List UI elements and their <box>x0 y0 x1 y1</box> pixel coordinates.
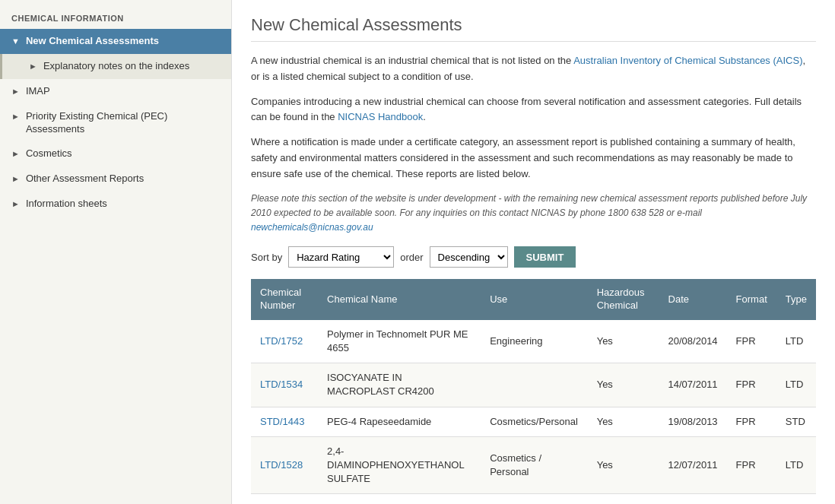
table-row: LTD/1528 2,4-DIAMINOPHENOXYETHANOL SULFA… <box>251 436 816 494</box>
sort-by-select[interactable]: Hazard Rating Chemical Number Chemical N… <box>288 246 394 268</box>
intro-paragraph-2: Companies introducing a new industrial c… <box>251 94 816 126</box>
cell-format: FPR <box>727 363 776 407</box>
cell-type: LTD <box>776 436 816 494</box>
sidebar-item-label: Explanatory notes on the indexes <box>43 60 224 73</box>
aics-link[interactable]: Australian Inventory of Chemical Substan… <box>573 55 802 66</box>
cell-hazardous: Yes <box>588 320 659 363</box>
cell-use: Engineering <box>481 320 587 363</box>
sidebar-item-label: New Chemical Assessments <box>26 35 224 48</box>
cell-format: FPR <box>727 436 776 494</box>
cell-date: 12/07/2011 <box>659 436 727 494</box>
sidebar-item-label: IMAP <box>26 85 224 98</box>
sidebar: CHEMICAL INFORMATION ▼ New Chemical Asse… <box>0 0 232 504</box>
page-title: New Chemical Assessments <box>251 15 816 42</box>
chevron-right-icon: ► <box>11 174 20 183</box>
intro-text-2: Companies introducing a new industrial c… <box>251 96 802 123</box>
cell-chemical-number: STD/1443 <box>251 407 318 436</box>
sidebar-item-information-sheets[interactable]: ► Information sheets <box>0 192 231 217</box>
chevron-right-icon: ► <box>29 62 37 71</box>
chemical-number-link[interactable]: LTD/1752 <box>260 335 303 347</box>
intro-paragraph-3: Where a notification is made under a cer… <box>251 135 816 182</box>
sidebar-item-label: Priority Existing Chemical (PEC) Assessm… <box>26 110 224 136</box>
note-text: Please note this section of the website … <box>251 193 807 218</box>
col-header-date: Date <box>659 279 727 320</box>
sidebar-item-other-assessment-reports[interactable]: ► Other Assessment Reports <box>0 166 231 192</box>
table-header-row: Chemical Number Chemical Name Use Hazard… <box>251 279 816 320</box>
main-content: New Chemical Assessments A new industria… <box>232 0 835 504</box>
cell-type: LTD <box>776 320 816 363</box>
cell-chemical-name: Polymer in Technomelt PUR ME 4655 <box>318 320 481 363</box>
sidebar-item-label: Information sheets <box>26 198 224 211</box>
sidebar-item-explanatory-notes[interactable]: ► Explanatory notes on the indexes <box>0 54 231 79</box>
sort-controls: Sort by Hazard Rating Chemical Number Ch… <box>251 246 816 268</box>
cell-use: Cosmetics / Personal <box>481 436 587 494</box>
sidebar-header: CHEMICAL INFORMATION <box>0 8 231 29</box>
col-header-chemical-name: Chemical Name <box>318 279 481 320</box>
col-header-type: Type <box>776 279 816 320</box>
cell-chemical-name: PEG-4 Rapeseedamide <box>318 407 481 436</box>
cell-date: 14/07/2011 <box>659 363 727 407</box>
nicnas-email-link[interactable]: newchemicals@nicnas.gov.au <box>251 222 373 233</box>
submit-button[interactable]: SUBMIT <box>514 246 576 268</box>
cell-hazardous: Yes <box>588 407 659 436</box>
chevron-right-icon: ► <box>11 112 20 121</box>
nicnas-handbook-link[interactable]: NICNAS Handbook <box>338 111 423 122</box>
chevron-right-icon: ► <box>11 87 20 96</box>
sort-by-label: Sort by <box>251 252 282 263</box>
cell-type: LTD <box>776 363 816 407</box>
intro-paragraph-1: A new industrial chemical is an industri… <box>251 53 816 85</box>
sidebar-item-cosmetics[interactable]: ► Cosmetics <box>0 141 231 166</box>
cell-chemical-number: LTD/1528 <box>251 436 318 494</box>
order-select[interactable]: Descending Ascending <box>430 246 508 268</box>
sidebar-item-imap[interactable]: ► IMAP <box>0 79 231 104</box>
table-row: LTD/1534 ISOCYANATE IN MACROPLAST CR4200… <box>251 363 816 407</box>
sidebar-item-priority-existing-chemical[interactable]: ► Priority Existing Chemical (PEC) Asses… <box>0 104 231 142</box>
sidebar-item-label: Other Assessment Reports <box>26 173 224 185</box>
col-header-hazardous-chemical: Hazardous Chemical <box>588 279 659 320</box>
cell-chemical-number: LTD/1534 <box>251 363 318 407</box>
note-paragraph: Please note this section of the website … <box>251 192 816 236</box>
intro-text-1: A new industrial chemical is an industri… <box>251 55 573 66</box>
cell-chemical-name: 2,4-DIAMINOPHENOXYETHANOL SULFATE <box>318 436 481 494</box>
chemical-assessments-table: Chemical Number Chemical Name Use Hazard… <box>251 279 816 494</box>
chevron-right-icon: ► <box>11 199 20 208</box>
col-header-format: Format <box>727 279 776 320</box>
intro-text-2-cont: . <box>423 111 426 122</box>
chemical-number-link[interactable]: LTD/1528 <box>260 459 303 471</box>
cell-chemical-name: ISOCYANATE IN MACROPLAST CR4200 <box>318 363 481 407</box>
chemical-number-link[interactable]: LTD/1534 <box>260 379 303 390</box>
sidebar-item-label: Cosmetics <box>26 147 224 160</box>
cell-type: STD <box>776 407 816 436</box>
cell-date: 20/08/2014 <box>659 320 727 363</box>
sidebar-item-new-chemical-assessments[interactable]: ▼ New Chemical Assessments <box>0 29 231 54</box>
order-label: order <box>400 252 423 263</box>
cell-hazardous: Yes <box>588 363 659 407</box>
chevron-right-icon: ► <box>11 149 20 158</box>
chevron-down-icon: ▼ <box>11 36 20 46</box>
chemical-number-link[interactable]: STD/1443 <box>260 416 305 427</box>
col-header-chemical-number: Chemical Number <box>251 279 318 320</box>
table-row: LTD/1752 Polymer in Technomelt PUR ME 46… <box>251 320 816 363</box>
cell-date: 19/08/2013 <box>659 407 727 436</box>
cell-use <box>481 363 587 407</box>
cell-format: FPR <box>727 320 776 363</box>
cell-hazardous: Yes <box>588 436 659 494</box>
cell-use: Cosmetics/Personal <box>481 407 587 436</box>
col-header-use: Use <box>481 279 587 320</box>
cell-format: FPR <box>727 407 776 436</box>
cell-chemical-number: LTD/1752 <box>251 320 318 363</box>
table-row: STD/1443 PEG-4 Rapeseedamide Cosmetics/P… <box>251 407 816 436</box>
